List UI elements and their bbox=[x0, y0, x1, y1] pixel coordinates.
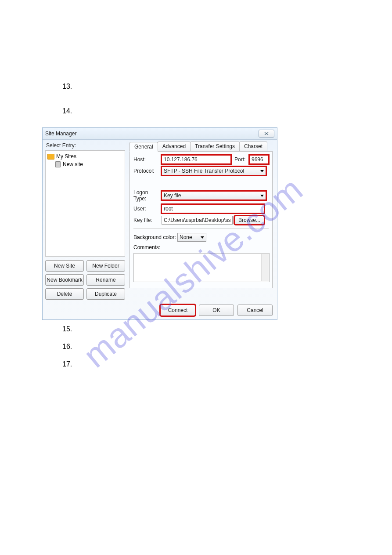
bg-color-label: Background color: bbox=[133, 234, 177, 240]
protocol-value: SFTP - SSH File Transfer Protocol bbox=[164, 168, 244, 174]
new-bookmark-button[interactable]: New Bookmark bbox=[45, 274, 84, 286]
tab-charset[interactable]: Charset bbox=[239, 141, 267, 151]
host-label: Host: bbox=[133, 156, 162, 163]
left-column: Select Entry: My Sites New site New Site… bbox=[43, 140, 128, 302]
tab-general[interactable]: General bbox=[129, 142, 158, 152]
folder-icon bbox=[47, 154, 54, 160]
title-bar: Site Manager bbox=[43, 128, 277, 140]
host-input[interactable] bbox=[162, 155, 231, 164]
comments-label: Comments: bbox=[133, 244, 160, 250]
link-underline bbox=[171, 336, 205, 336]
tree-root-label: My Sites bbox=[56, 153, 76, 160]
separator bbox=[133, 228, 269, 229]
cancel-button[interactable]: Cancel bbox=[237, 305, 273, 316]
chevron-down-icon bbox=[201, 236, 204, 239]
duplicate-button[interactable]: Duplicate bbox=[86, 288, 125, 300]
tree-child-label: New site bbox=[63, 161, 83, 167]
step-13: 13. bbox=[62, 83, 72, 91]
dialog-title: Site Manager bbox=[45, 131, 76, 137]
tab-advanced[interactable]: Advanced bbox=[158, 141, 191, 151]
new-folder-button[interactable]: New Folder bbox=[86, 260, 125, 272]
user-label: User: bbox=[133, 206, 162, 212]
user-input[interactable] bbox=[162, 204, 264, 213]
logon-type-label: Logon Type: bbox=[133, 189, 162, 202]
tab-bar: General Advanced Transfer Settings Chars… bbox=[129, 141, 273, 152]
general-panel: Host: Port: Protocol: SFTP - SSH File Tr… bbox=[129, 152, 273, 288]
key-file-input[interactable] bbox=[162, 216, 233, 225]
dialog-footer: Connect OK Cancel bbox=[160, 305, 273, 316]
connect-button[interactable]: Connect bbox=[160, 305, 195, 316]
browse-button[interactable]: Browse... bbox=[234, 216, 264, 225]
tab-transfer-settings[interactable]: Transfer Settings bbox=[190, 141, 240, 151]
site-icon bbox=[55, 161, 61, 167]
scrollbar[interactable] bbox=[261, 254, 269, 281]
step-14: 14. bbox=[62, 107, 72, 115]
select-entry-label: Select Entry: bbox=[45, 141, 125, 150]
tree-root-row[interactable]: My Sites bbox=[47, 152, 123, 160]
site-tree[interactable]: My Sites New site bbox=[45, 150, 125, 257]
close-button[interactable] bbox=[259, 130, 274, 138]
protocol-label: Protocol: bbox=[133, 168, 162, 174]
protocol-select[interactable]: SFTP - SSH File Transfer Protocol bbox=[162, 167, 266, 175]
site-manager-dialog: Site Manager Select Entry: My Sites New … bbox=[42, 127, 277, 320]
key-file-label: Key file: bbox=[133, 217, 162, 223]
port-label: Port: bbox=[234, 156, 249, 163]
step-16: 16. bbox=[62, 343, 72, 351]
bg-color-select[interactable]: None bbox=[177, 233, 206, 242]
chevron-down-icon bbox=[260, 170, 264, 172]
chevron-down-icon bbox=[260, 195, 264, 197]
delete-button[interactable]: Delete bbox=[45, 288, 84, 300]
port-input[interactable] bbox=[249, 155, 269, 164]
bg-color-value: None bbox=[180, 234, 192, 240]
logon-type-value: Key file bbox=[164, 192, 181, 199]
ok-button[interactable]: OK bbox=[199, 305, 234, 316]
new-site-button[interactable]: New Site bbox=[45, 260, 84, 272]
tree-child-row[interactable]: New site bbox=[47, 160, 123, 168]
close-icon bbox=[264, 132, 269, 135]
comments-textarea[interactable] bbox=[133, 253, 270, 282]
logon-type-select[interactable]: Key file bbox=[162, 191, 266, 200]
step-17: 17. bbox=[62, 360, 72, 368]
right-column: General Advanced Transfer Settings Chars… bbox=[128, 140, 277, 302]
step-15: 15. bbox=[62, 325, 72, 333]
rename-button[interactable]: Rename bbox=[86, 274, 125, 286]
